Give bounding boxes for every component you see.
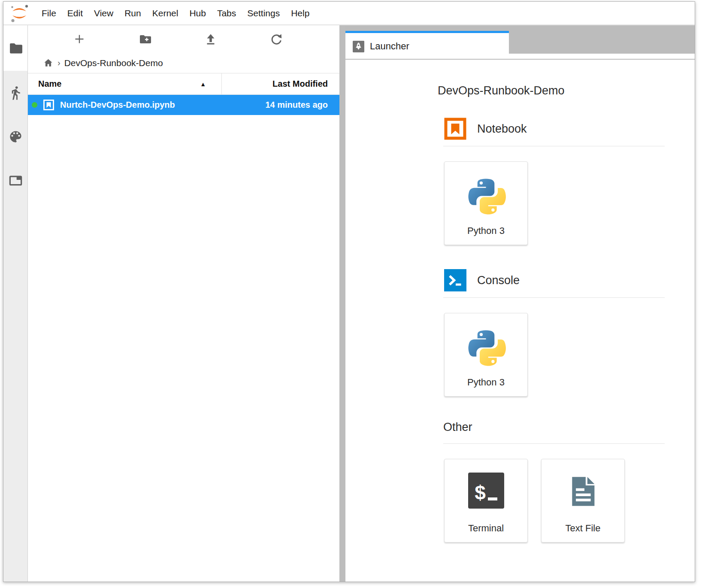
upload-button[interactable] <box>178 27 243 51</box>
menu-view[interactable]: View <box>88 8 119 18</box>
section-divider <box>443 146 665 146</box>
jupyterlab-window: File Edit View Run Kernel Hub Tabs Setti… <box>3 1 695 582</box>
file-name: Nurtch-DevOps-Demo.ipynb <box>60 100 175 110</box>
breadcrumb-separator: › <box>57 58 61 68</box>
refresh-icon <box>269 32 283 46</box>
notebook-icon <box>444 118 466 140</box>
section-divider <box>443 443 665 444</box>
terminal-icon: $ <box>468 473 504 509</box>
running-person-icon <box>8 85 23 100</box>
card-label: Python 3 <box>467 225 505 236</box>
sidebar-item-open-tabs[interactable] <box>3 158 27 202</box>
tab-launcher[interactable]: Launcher <box>345 31 509 60</box>
launcher-card-terminal[interactable]: $ Terminal <box>444 459 528 543</box>
launcher-section-other: Other $ Terminal <box>437 421 665 543</box>
panel-splitter-handle[interactable] <box>339 25 345 582</box>
upload-icon <box>204 32 218 46</box>
python-icon <box>465 327 507 369</box>
launcher-panel: Launcher DevOps-Runbook-Demo Notebook <box>345 25 695 582</box>
card-label: Terminal <box>468 523 504 534</box>
plus-icon <box>73 32 86 46</box>
menu-bar: File Edit View Run Kernel Hub Tabs Setti… <box>3 2 695 25</box>
section-label-notebook: Notebook <box>477 122 527 136</box>
launcher-section-notebook: Notebook <box>437 118 665 245</box>
column-header-name[interactable]: Name ▲ <box>28 73 221 94</box>
card-label: Text File <box>566 523 601 534</box>
launcher-cwd-title: DevOps-Runbook-Demo <box>438 84 665 97</box>
menu-kernel[interactable]: Kernel <box>147 8 184 18</box>
launcher-card-console-python3[interactable]: Python 3 <box>444 313 528 397</box>
refresh-button[interactable] <box>243 27 309 51</box>
jupyter-logo-icon <box>9 3 30 23</box>
section-label-other: Other <box>443 421 472 434</box>
menu-tabs[interactable]: Tabs <box>212 8 242 18</box>
new-folder-button[interactable] <box>112 27 178 51</box>
menu-file[interactable]: File <box>36 8 62 18</box>
file-row-selected[interactable]: Nurtch-DevOps-Demo.ipynb 14 minutes ago <box>28 95 339 115</box>
section-label-console: Console <box>477 274 520 287</box>
sidebar-item-file-browser[interactable] <box>3 25 27 71</box>
column-header-last-modified[interactable]: Last Modified <box>221 73 339 94</box>
python-icon <box>465 175 507 218</box>
home-icon[interactable] <box>43 58 54 68</box>
sort-ascending-icon: ▲ <box>200 80 206 87</box>
menu-edit[interactable]: Edit <box>62 8 88 18</box>
sidebar-item-running-sessions[interactable] <box>3 71 27 115</box>
console-icon <box>444 269 466 291</box>
launcher-body: DevOps-Runbook-Demo Notebook <box>345 60 695 582</box>
tab-bar-border <box>345 59 695 60</box>
section-divider <box>443 297 665 298</box>
kernel-running-dot <box>32 102 37 108</box>
notebook-file-icon <box>43 99 54 111</box>
launcher-card-text-file[interactable]: Text File <box>541 459 625 543</box>
file-last-modified: 14 minutes ago <box>175 100 339 110</box>
breadcrumb-current-folder[interactable]: DevOps-Runbook-Demo <box>64 58 163 68</box>
main-area: › DevOps-Runbook-Demo Name ▲ Last Modifi… <box>3 25 695 582</box>
menu-hub[interactable]: Hub <box>184 8 212 18</box>
card-label: Python 3 <box>467 377 505 388</box>
menu-run[interactable]: Run <box>119 8 147 18</box>
breadcrumb: › DevOps-Runbook-Demo <box>28 53 339 73</box>
launcher-rocket-icon <box>353 41 364 52</box>
file-browser-panel: › DevOps-Runbook-Demo Name ▲ Last Modifi… <box>28 25 339 582</box>
file-list-empty-area <box>28 115 339 582</box>
text-file-icon <box>564 473 602 510</box>
palette-icon <box>8 129 23 144</box>
tab-launcher-label: Launcher <box>370 41 409 52</box>
file-list-header: Name ▲ Last Modified <box>28 73 339 95</box>
left-sidebar <box>3 25 28 582</box>
file-browser-toolbar <box>28 25 339 53</box>
tabs-icon <box>8 173 23 188</box>
sidebar-item-command-palette[interactable] <box>3 115 27 158</box>
new-folder-icon <box>138 32 152 46</box>
folder-icon <box>8 41 23 56</box>
menu-help[interactable]: Help <box>285 8 315 18</box>
menu-settings[interactable]: Settings <box>242 8 285 18</box>
new-launcher-button[interactable] <box>46 27 112 51</box>
launcher-card-notebook-python3[interactable]: Python 3 <box>444 161 528 245</box>
launcher-section-console: Console Python 3 <box>437 269 665 397</box>
dock-tab-bar: Launcher <box>345 25 695 60</box>
